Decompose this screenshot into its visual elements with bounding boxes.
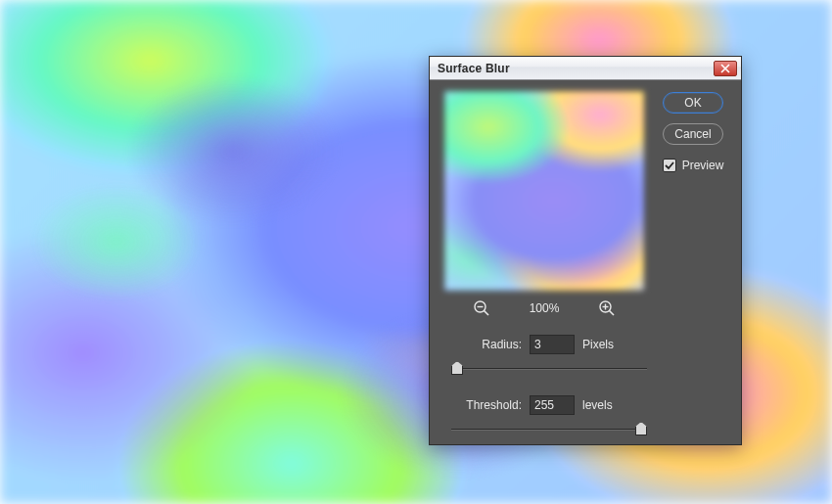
threshold-unit: levels [582, 398, 613, 412]
threshold-slider-thumb[interactable] [635, 422, 647, 435]
radius-label: Radius: [443, 338, 522, 351]
radius-slider-track [451, 368, 647, 370]
zoom-in-button[interactable] [598, 299, 616, 317]
svg-line-6 [610, 311, 615, 316]
threshold-slider[interactable] [451, 421, 647, 438]
close-icon [720, 64, 730, 73]
dialog-body: OK Cancel Preview 100% [430, 80, 741, 444]
cancel-button[interactable]: Cancel [663, 123, 723, 145]
svg-line-2 [484, 311, 488, 316]
preview-checkbox[interactable] [663, 159, 676, 172]
cancel-button-label: Cancel [674, 127, 711, 141]
zoom-in-icon [598, 299, 616, 317]
threshold-label: Threshold: [443, 398, 522, 412]
dialog-action-column: OK Cancel Preview [659, 92, 727, 172]
ok-button-label: OK [684, 96, 701, 110]
preview-checkbox-label: Preview [682, 159, 724, 172]
radius-slider-thumb[interactable] [451, 361, 463, 375]
threshold-row: Threshold: levels [443, 395, 727, 415]
radius-input[interactable] [530, 335, 575, 354]
radius-row: Radius: Pixels [443, 335, 727, 354]
check-icon [665, 160, 674, 170]
filter-preview[interactable] [443, 90, 645, 292]
dialog-title: Surface Blur [438, 62, 510, 75]
preview-toggle-row: Preview [663, 159, 724, 172]
close-button[interactable] [714, 61, 737, 76]
zoom-out-icon [473, 299, 490, 317]
zoom-controls: 100% [443, 299, 645, 317]
radius-slider[interactable] [451, 360, 647, 378]
surface-blur-dialog: Surface Blur OK Cancel Preview [429, 56, 742, 445]
zoom-level: 100% [530, 301, 560, 315]
titlebar[interactable]: Surface Blur [430, 57, 741, 80]
threshold-slider-track [451, 429, 647, 431]
radius-unit: Pixels [582, 338, 614, 351]
zoom-out-button[interactable] [473, 299, 490, 317]
threshold-input[interactable] [530, 395, 575, 415]
ok-button[interactable]: OK [663, 92, 723, 114]
